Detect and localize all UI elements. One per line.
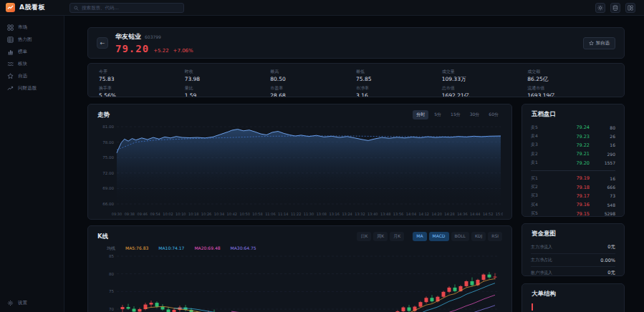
trend-period-button[interactable]: 15分 [447, 110, 464, 120]
orderbook-price: 79.22 [547, 142, 590, 148]
search-icon [74, 6, 79, 11]
ma-legend-item: MA5:76.83 [125, 245, 148, 252]
stock-code: 603799 [145, 34, 161, 39]
kline-period-button[interactable]: 周K [373, 232, 388, 241]
trend-period-button[interactable]: 30分 [466, 110, 484, 120]
sidebar-item-stock-diagnosis[interactable]: 问财选股 [0, 82, 64, 94]
orderbook-price: 79.18 [547, 185, 590, 190]
stock-diagnosis-icon [7, 85, 14, 92]
stat-label: 市净率 [356, 85, 442, 92]
svg-text:78.00: 78.00 [102, 140, 114, 145]
main-content: ← 华友钴业 603799 79.20 +5.22 +7.06% 加自选 今开7… [64, 16, 644, 312]
big-orders-bar [532, 303, 533, 311]
sidebar-item-sectors[interactable]: 板块 [0, 58, 64, 70]
svg-text:81.00: 81.00 [102, 125, 114, 129]
add-watchlist-label: 加自选 [596, 40, 610, 47]
stat-cell: 最低75.85 [356, 69, 442, 83]
back-button[interactable]: ← [97, 37, 108, 49]
indicator-button[interactable]: MA [413, 232, 426, 241]
indicator-button[interactable]: KDJ [471, 232, 486, 241]
sidebar-item-ranking[interactable]: 榜单 [0, 46, 64, 58]
stat-value: 5.56% [99, 92, 185, 97]
svg-text:11:06: 11:06 [265, 212, 275, 216]
topbar-actions [595, 3, 635, 13]
orderbook-qty: 666 [590, 185, 615, 190]
search-input[interactable] [82, 5, 180, 11]
market-icon [7, 24, 14, 31]
trend-period-button[interactable]: 分时 [413, 110, 428, 120]
stat-cell: 总市值1692.21亿 [442, 85, 528, 97]
fund-row: 散户净流入0元 [531, 266, 615, 276]
svg-text:13:40: 13:40 [367, 212, 378, 216]
stat-cell: 市盈率28.68 [270, 85, 356, 97]
kline-period-button[interactable]: 月K [390, 232, 404, 241]
trend-period-group: 分时5分15分30分60分 [413, 110, 502, 120]
fund-value: 0元 [607, 244, 615, 250]
trend-period-button[interactable]: 5分 [431, 110, 445, 120]
ma-legend-item: MA10:74.17 [158, 245, 184, 252]
orderbook-row: 卖479.2326 [531, 132, 615, 140]
orderbook-level-label: 卖5 [531, 125, 547, 131]
stat-label: 换手率 [99, 85, 185, 92]
sun-icon [597, 5, 603, 11]
orderbook-price: 79.16 [547, 202, 590, 208]
svg-text:10:10: 10:10 [176, 212, 186, 216]
indicator-button[interactable]: BOLL [451, 232, 469, 241]
orderbook-price: 79.20 [547, 160, 590, 166]
stat-value: 1693.19亿 [527, 92, 613, 97]
svg-text:10:02: 10:02 [163, 212, 173, 216]
kline-period-button[interactable]: 日K [357, 232, 371, 241]
indicator-button[interactable]: MACD [429, 232, 449, 241]
orderbook-qty: 290 [590, 152, 615, 157]
svg-text:13:56: 13:56 [393, 212, 403, 216]
svg-text:15:00: 15:00 [496, 212, 503, 216]
stat-value: 75.83 [99, 76, 185, 82]
stat-label: 今开 [99, 69, 185, 75]
svg-text:75: 75 [109, 289, 114, 293]
search-bar[interactable] [69, 3, 184, 13]
add-watchlist-button[interactable]: 加自选 [583, 37, 616, 49]
trend-period-button[interactable]: 60分 [485, 110, 502, 120]
sidebar: 市场热力图榜单板块自选问财选股 设置 [0, 16, 64, 312]
indicator-button[interactable]: RSI [488, 232, 502, 241]
stat-value: 80.50 [270, 76, 356, 82]
watchlist-icon [7, 73, 14, 79]
orderbook-card: 五档盘口 卖579.2480卖479.2326卖379.2216卖279.212… [522, 104, 625, 217]
stat-value: 3.16 [356, 92, 442, 97]
stat-label: 总市值 [442, 85, 528, 92]
stat-cell: 市净率3.16 [356, 85, 442, 97]
intraday-chart: 81.0078.0075.0072.0069.0066.0009:3009:38… [98, 124, 503, 220]
orderbook-qty: 548 [590, 203, 615, 208]
stock-price: 79.20 [115, 43, 149, 54]
svg-text:72.00: 72.00 [102, 171, 114, 175]
orderbook-row: 卖379.2216 [531, 141, 615, 150]
svg-text:13:24: 13:24 [342, 212, 352, 216]
fund-label: 主力净流入 [531, 244, 552, 250]
sidebar-item-market[interactable]: 市场 [0, 21, 64, 34]
sidebar-item-watchlist[interactable]: 自选 [0, 70, 64, 82]
big-orders-card: 大单结构 大买 0.0%小买 0.0% [522, 283, 625, 312]
sidebar-item-heatmap[interactable]: 热力图 [0, 34, 64, 46]
svg-text:14:20: 14:20 [431, 212, 441, 216]
svg-text:11:30: 11:30 [304, 212, 314, 216]
stat-cell: 流通市值1693.19亿 [527, 85, 613, 97]
theme-toggle-button[interactable] [595, 3, 605, 13]
stat-value: 109.33万 [442, 76, 528, 83]
orderbook-row: 买179.1916 [531, 174, 615, 182]
svg-text:10:18: 10:18 [188, 212, 198, 216]
stock-info: 华友钴业 603799 79.20 +5.22 +7.06% [115, 32, 193, 54]
ma-legend-item: MA30:64.75 [231, 245, 256, 252]
svg-text:80: 80 [109, 272, 114, 276]
stock-change-pct: +7.06% [173, 48, 193, 54]
svg-text:10:42: 10:42 [227, 212, 237, 216]
svg-text:10:58: 10:58 [252, 212, 262, 216]
layout-button[interactable] [625, 3, 635, 13]
sidebar-item-settings[interactable]: 设置 [7, 300, 27, 306]
ranking-icon [7, 49, 14, 55]
svg-text:14:28: 14:28 [444, 212, 454, 216]
sidebar-item-label: 自选 [18, 73, 27, 79]
svg-text:10:50: 10:50 [239, 212, 249, 216]
data-source-button[interactable] [610, 3, 620, 13]
fund-value: 0.00% [600, 258, 615, 263]
svg-text:10:34: 10:34 [214, 212, 224, 216]
